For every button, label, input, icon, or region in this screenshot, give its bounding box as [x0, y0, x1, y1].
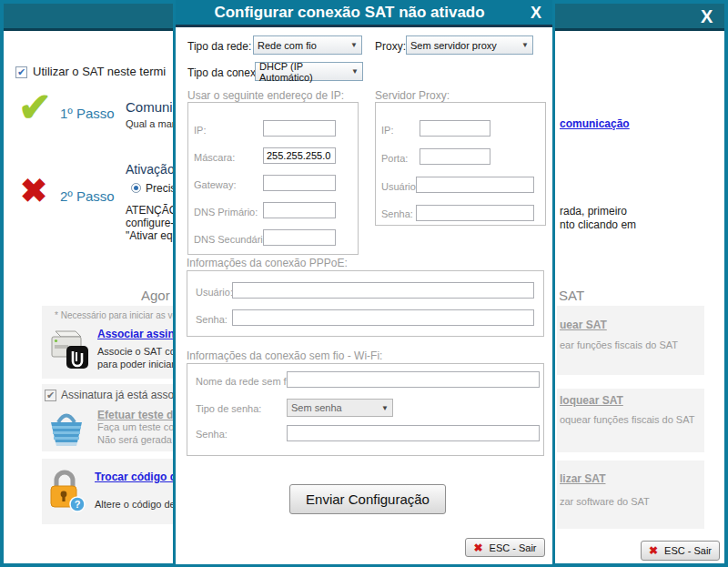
window-esc-label: ESC - Sair: [664, 545, 712, 556]
associar-note: * Necessário para iniciar as vend: [55, 310, 187, 320]
step2-badge: 2º Passo: [60, 188, 115, 204]
proxy-ip-label: IP:: [381, 125, 393, 136]
dns-secundario-label: DNS Secundário:: [194, 234, 271, 245]
step1-badge: 1º Passo: [60, 106, 115, 121]
proxy-senha-input[interactable]: [416, 205, 534, 221]
warning-right-line2: nto clicando em: [560, 218, 636, 231]
mascara-label: Máscara:: [194, 152, 235, 163]
atualizar-sat-desc: zar software do SAT: [560, 496, 650, 507]
pppoe-usuario-input[interactable]: [232, 282, 534, 299]
tipo-rede-label: Tipo da rede:: [187, 40, 251, 53]
dialog-title: Configurar conexão SAT não ativado: [176, 4, 531, 22]
proxy-porta-label: Porta:: [381, 153, 408, 164]
dns-primario-input[interactable]: [263, 202, 336, 218]
svg-text:?: ?: [75, 499, 81, 510]
dialog-esc-label: ESC - Sair: [490, 542, 537, 553]
chevron-down-icon: ▼: [378, 404, 392, 412]
trocar-codigo-link[interactable]: Trocar código de: [95, 471, 183, 483]
gateway-label: Gateway:: [194, 179, 236, 190]
atualizar-panel: lizar SAT zar software do SAT: [557, 461, 704, 529]
bloquear-sat-desc: ear funções fiscais do SAT: [560, 339, 678, 350]
atualizar-sat-link[interactable]: lizar SAT: [560, 472, 605, 485]
pppoe-groupbox: [187, 270, 544, 337]
dialog-close-icon[interactable]: X: [531, 3, 541, 23]
proxy-label: Proxy:: [375, 40, 406, 53]
proxy-group-title: Servidor Proxy:: [375, 89, 450, 102]
ip-group-title: Usar o seguinte endereço de IP:: [187, 89, 344, 102]
proxy-usuario-input[interactable]: [416, 177, 534, 193]
step1-subtitle: Qual a mar: [126, 118, 175, 129]
wifi-group-title: Informações da conexão sem fio - Wi-Fi:: [187, 349, 382, 362]
tipo-conexao-value: DHCP (IP Automático): [259, 61, 348, 83]
proxy-value: Sem servidor proxy: [410, 40, 497, 51]
basket-icon: [45, 406, 88, 451]
wifi-ssid-label: Nome da rede sem fio:: [196, 376, 297, 387]
step2-title: Ativação: [126, 162, 175, 177]
warning-line3: "Ativar equ: [126, 229, 178, 242]
chevron-down-icon: ▼: [347, 41, 361, 49]
step2-error-icon: ✖: [20, 173, 47, 209]
window-close-icon[interactable]: X: [701, 6, 713, 26]
pppoe-senha-label: Senha:: [196, 314, 228, 325]
wifi-pass-type-label: Tipo de senha:: [196, 403, 261, 414]
window-esc-button[interactable]: ✖ ESC - Sair: [641, 541, 720, 561]
use-sat-checkbox[interactable]: ✔: [15, 66, 27, 78]
proxy-usuario-label: Usuário:: [381, 181, 419, 192]
use-sat-checkbox-label: Utilizar o SAT neste termi: [33, 65, 166, 78]
comunicacao-link[interactable]: comunicação: [560, 117, 630, 130]
proxy-porta-input[interactable]: [420, 148, 490, 165]
proxy-ip-input[interactable]: [420, 120, 490, 137]
ip-label: IP:: [194, 125, 206, 136]
enviar-configuracao-button[interactable]: Enviar Configuração: [289, 484, 446, 514]
step2-radio[interactable]: [131, 183, 141, 193]
desbloquear-panel: loquear SAT oquear funções fiscais do SA…: [557, 389, 704, 452]
proxy-select[interactable]: Sem servidor proxy ▼: [406, 35, 533, 55]
dns-primario-label: DNS Primário:: [194, 207, 258, 218]
pppoe-senha-input[interactable]: [232, 309, 534, 326]
section-header-left: Agor: [141, 288, 170, 303]
wifi-senha-label: Senha:: [196, 429, 228, 440]
assinatura-associada-checkbox[interactable]: ✔: [45, 390, 56, 401]
dns-secundario-input[interactable]: [263, 229, 336, 246]
warning-right-line1: rada, primeiro: [560, 205, 627, 218]
desbloquear-sat-link[interactable]: loquear SAT: [560, 394, 623, 407]
section-header-right: SAT: [559, 288, 584, 303]
step1-success-icon: ✔: [18, 87, 52, 127]
ip-input[interactable]: [263, 120, 336, 137]
desbloquear-sat-desc: oquear funções fiscais do SAT: [560, 414, 694, 425]
chevron-down-icon: ▼: [348, 67, 362, 76]
esc-x-icon: ✖: [649, 544, 658, 557]
wifi-ssid-input[interactable]: [287, 371, 540, 388]
wifi-senha-input[interactable]: [287, 425, 540, 441]
bloquear-panel: uear SAT ear funções fiscais do SAT: [557, 306, 704, 375]
configurar-conexao-dialog: Configurar conexão SAT não ativado X Tip…: [173, 0, 555, 567]
bloquear-sat-link[interactable]: uear SAT: [560, 319, 607, 331]
dialog-esc-button[interactable]: ✖ ESC - Sair: [465, 538, 545, 557]
gateway-input[interactable]: [263, 175, 336, 191]
wifi-pass-type-value: Sem senha: [291, 402, 342, 413]
tipo-rede-value: Rede com fio: [258, 40, 317, 51]
tipo-rede-select[interactable]: Rede com fio ▼: [253, 35, 362, 55]
step2-radio-label: Precis: [146, 182, 176, 195]
lock-question-icon: ?: [45, 466, 86, 517]
chevron-down-icon: ▼: [518, 41, 532, 49]
mascara-input[interactable]: [263, 147, 336, 164]
pppoe-usuario-label: Usuário:: [196, 287, 233, 298]
dialog-titlebar: Configurar conexão SAT não ativado X: [176, 0, 552, 27]
tipo-conexao-select[interactable]: DHCP (IP Automático) ▼: [255, 62, 363, 81]
wifi-pass-type-select[interactable]: Sem senha ▼: [287, 399, 393, 417]
esc-x-icon: ✖: [473, 542, 482, 554]
pppoe-group-title: Informações da conexão PPPoE:: [187, 257, 348, 269]
proxy-senha-label: Senha:: [381, 208, 413, 219]
printer-clip-icon: [45, 322, 92, 373]
